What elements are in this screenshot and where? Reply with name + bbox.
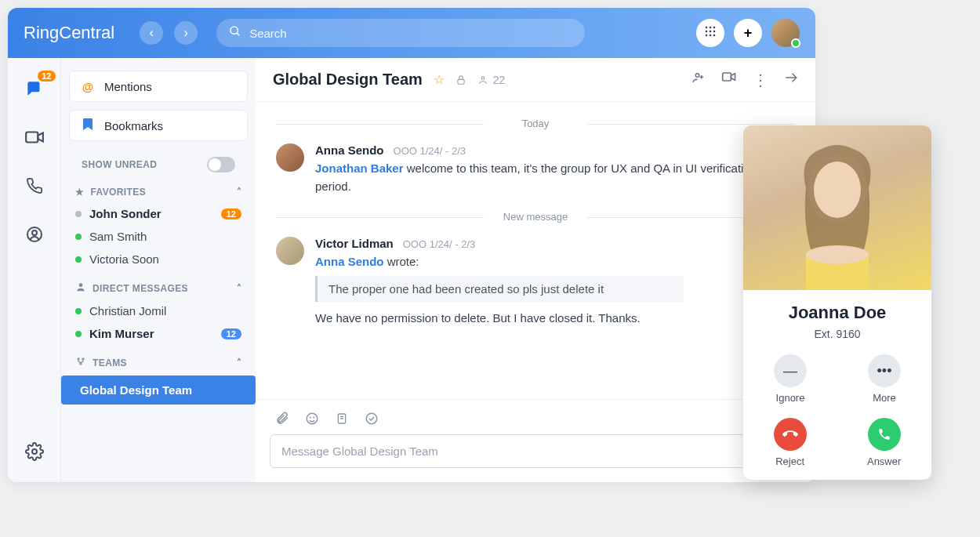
svg-point-6 xyxy=(710,30,712,32)
presence-dot-icon xyxy=(75,234,82,240)
more-label: More xyxy=(873,392,896,404)
show-unread-toggle[interactable] xyxy=(207,157,235,172)
chevron-up-icon[interactable]: ˄ xyxy=(237,187,241,198)
at-icon: @ xyxy=(81,80,95,93)
chevron-right-icon: › xyxy=(184,26,188,40)
message-composer[interactable]: Message Global Design Team xyxy=(270,434,801,468)
mention-link[interactable]: Jonathan Baker xyxy=(315,161,404,175)
quote-block: The proper one had been created so pls j… xyxy=(315,276,684,302)
people-icon xyxy=(477,74,488,85)
svg-point-4 xyxy=(713,26,716,28)
add-person-icon[interactable] xyxy=(691,71,706,89)
message-text: We have no permission to delete. But I h… xyxy=(315,310,795,328)
hangup-icon xyxy=(774,418,807,451)
contact-row[interactable]: Victoria Soon xyxy=(69,248,248,270)
svg-point-29 xyxy=(366,413,377,424)
contact-name: Sam Smith xyxy=(89,230,147,243)
task-icon[interactable] xyxy=(364,411,379,426)
presence-dot-icon xyxy=(75,331,82,337)
user-avatar[interactable] xyxy=(771,19,800,47)
message-author[interactable]: Anna Sendo xyxy=(315,143,384,157)
team-row[interactable]: Global Design Team xyxy=(61,376,256,405)
message-list: Today Anna Sendo OOO 1/24/ - 2/3 Jonatha… xyxy=(256,102,815,399)
search-input[interactable] xyxy=(249,27,572,40)
mentions-pill[interactable]: @ Mentions xyxy=(69,71,248,102)
rail-phone-button[interactable] xyxy=(24,176,45,196)
svg-point-3 xyxy=(710,26,712,28)
members-count[interactable]: 22 xyxy=(477,74,506,86)
dm-label: DIRECT MESSAGES xyxy=(93,283,188,294)
phone-icon xyxy=(868,418,901,451)
teams-header[interactable]: TEAMS ˄ xyxy=(69,351,248,374)
rail-contacts-button[interactable] xyxy=(24,224,45,245)
create-button[interactable]: + xyxy=(734,19,762,47)
chat-panel: Global Design Team ☆ 22 ⋮ Today xyxy=(256,58,815,482)
contact-row[interactable]: Sam Smith xyxy=(69,225,248,248)
more-options-icon[interactable]: ⋮ xyxy=(753,71,768,89)
ignore-call-button[interactable]: — Ignore xyxy=(774,354,807,404)
sidebar: @ Mentions Bookmarks SHOW UNREAD ★ FAVOR… xyxy=(61,58,256,482)
svg-point-9 xyxy=(710,34,712,36)
emoji-icon[interactable] xyxy=(304,411,320,426)
nav-forward-button[interactable]: › xyxy=(174,21,198,45)
dialpad-button[interactable] xyxy=(696,19,724,47)
nav-back-button[interactable]: ‹ xyxy=(140,21,163,45)
search-bar[interactable] xyxy=(216,19,585,47)
svg-rect-22 xyxy=(723,73,731,81)
more-call-button[interactable]: ••• More xyxy=(868,354,901,404)
favorites-header[interactable]: ★ FAVORITES ˄ xyxy=(69,182,248,202)
composer-area: Message Global Design Team xyxy=(256,399,815,482)
svg-point-5 xyxy=(706,30,708,32)
chevron-up-icon[interactable]: ˄ xyxy=(237,283,241,294)
svg-line-1 xyxy=(237,33,239,35)
rail-video-button[interactable] xyxy=(24,127,45,147)
svg-point-21 xyxy=(695,73,699,77)
video-call-icon[interactable] xyxy=(721,71,737,89)
chevron-up-icon[interactable]: ˄ xyxy=(237,357,241,368)
message-avatar[interactable] xyxy=(276,143,304,172)
svg-point-10 xyxy=(713,34,716,36)
bookmarks-pill[interactable]: Bookmarks xyxy=(69,110,248,141)
contact-row[interactable]: Christian Jomil xyxy=(69,299,248,322)
note-icon[interactable] xyxy=(334,411,350,426)
svg-point-25 xyxy=(314,417,314,418)
svg-point-17 xyxy=(82,358,84,360)
svg-point-7 xyxy=(713,30,716,32)
message-author[interactable]: Victor Lidman xyxy=(315,237,394,250)
rail-chat-button[interactable]: 12 xyxy=(24,78,45,99)
contact-row[interactable]: John Sonder 12 xyxy=(69,202,248,225)
rail-settings-button[interactable] xyxy=(24,441,45,462)
plus-icon: + xyxy=(744,25,753,42)
message-time: OOO 1/24/ - 2/3 xyxy=(403,238,476,250)
attach-icon[interactable] xyxy=(274,411,290,426)
caller-photo xyxy=(743,125,931,290)
rail-chat-badge: 12 xyxy=(38,71,55,82)
answer-label: Answer xyxy=(867,455,901,467)
star-outline-icon[interactable]: ☆ xyxy=(434,72,445,87)
svg-point-33 xyxy=(806,245,869,264)
teams-label: TEAMS xyxy=(93,357,127,368)
collapse-panel-icon[interactable] xyxy=(784,71,798,89)
answer-call-button[interactable]: Answer xyxy=(867,418,901,467)
chat-header: Global Design Team ☆ 22 ⋮ xyxy=(256,58,815,102)
mention-link[interactable]: Anna Sendo xyxy=(315,255,384,268)
unread-count-badge: 12 xyxy=(221,209,241,220)
svg-point-8 xyxy=(706,34,708,36)
svg-point-24 xyxy=(310,417,310,418)
chat-title: Global Design Team xyxy=(273,71,423,89)
new-message-divider: New message xyxy=(276,211,795,223)
message-time: OOO 1/24/ - 2/3 xyxy=(394,145,466,157)
quote-header: Anna Sendo wrote: xyxy=(315,253,795,271)
mentions-label: Mentions xyxy=(104,80,152,93)
svg-rect-19 xyxy=(458,79,464,84)
message-text: Jonathan Baker welcome to this team, it'… xyxy=(315,160,795,195)
contact-row[interactable]: Kim Murser 12 xyxy=(69,322,248,345)
incoming-call-card: Joanna Doe Ext. 9160 — Ignore ••• More R… xyxy=(743,125,931,480)
presence-dot-icon xyxy=(75,211,82,217)
svg-point-20 xyxy=(481,76,485,79)
message-item: Anna Sendo OOO 1/24/ - 2/3 Jonathan Bake… xyxy=(276,143,795,195)
dm-header[interactable]: DIRECT MESSAGES ˄ xyxy=(69,277,248,299)
message-avatar[interactable] xyxy=(276,237,304,265)
reject-call-button[interactable]: Reject xyxy=(774,418,807,467)
person-icon xyxy=(75,281,86,295)
